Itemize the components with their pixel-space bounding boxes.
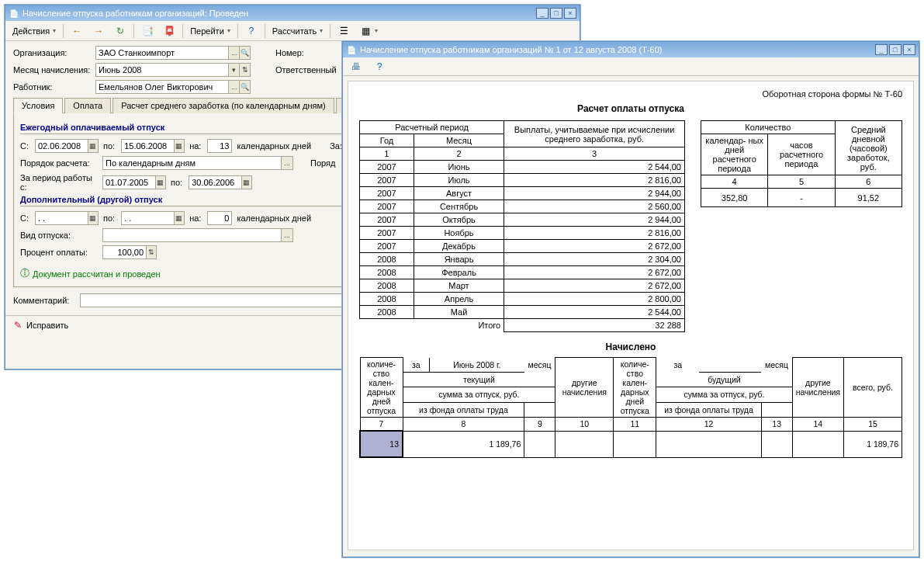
date-to-field[interactable]: ▦ xyxy=(121,139,185,153)
comment-label: Комментарий: xyxy=(13,296,75,305)
print-button[interactable]: 🖶 xyxy=(346,59,366,75)
order-select-button[interactable]: ... xyxy=(281,157,292,169)
calendar-icon[interactable]: ▦ xyxy=(174,212,184,224)
value-cell: 2 672,00 xyxy=(504,240,685,253)
help-button[interactable]: ? xyxy=(241,23,261,39)
worker-label: Работник: xyxy=(13,82,91,92)
value-cell: 2 816,00 xyxy=(504,227,685,240)
refresh-icon: ↻ xyxy=(114,25,126,37)
year-cell: 2008 xyxy=(360,306,414,319)
kind-field[interactable]: ... xyxy=(102,228,293,242)
add-to-field[interactable]: ▦ xyxy=(121,211,185,225)
month-cell: Май xyxy=(414,306,504,319)
help-icon: ? xyxy=(245,25,258,37)
accrued-sum-cell: 1 189,76 xyxy=(403,431,524,457)
value-cell: 2 560,00 xyxy=(504,200,685,213)
calendar-icon[interactable]: ▦ xyxy=(88,140,98,152)
nav-back-button[interactable]: ← xyxy=(67,23,87,39)
fix-button[interactable]: ✎Исправить xyxy=(12,319,68,331)
help-button2[interactable]: ? xyxy=(369,59,389,75)
kind-select-button[interactable]: ... xyxy=(281,229,292,241)
close-button[interactable]: × xyxy=(564,8,576,19)
year-cell: 2008 xyxy=(360,253,414,266)
value-cell: 2 544,00 xyxy=(504,161,685,174)
value-cell: 2 672,00 xyxy=(504,266,685,279)
month-spin-button[interactable]: ⇅ xyxy=(239,64,250,76)
value-cell: 2 944,00 xyxy=(504,187,685,200)
month-cell: Ноябрь xyxy=(414,227,504,240)
tab-payment[interactable]: Оплата xyxy=(64,98,111,113)
total-label: Итого xyxy=(360,319,504,332)
month-cell: Июнь xyxy=(414,161,504,174)
worker-input[interactable] xyxy=(96,81,228,93)
period-to-field[interactable]: ▦ xyxy=(189,175,252,189)
list-button[interactable]: ☰ xyxy=(334,23,354,39)
maximize-button[interactable]: □ xyxy=(550,8,562,19)
value-cell: 2 800,00 xyxy=(504,293,685,306)
year-cell: 2007 xyxy=(360,227,414,240)
value-cell: 2 816,00 xyxy=(504,174,685,187)
year-cell: 2007 xyxy=(360,187,414,200)
refresh-button[interactable]: ↻ xyxy=(110,23,130,39)
qty-table: Количество Средний дневной (часовой) зар… xyxy=(701,120,902,207)
actions-menu[interactable]: Действия xyxy=(9,23,60,39)
calendar-icon[interactable]: ▦ xyxy=(241,176,251,189)
tab-conditions[interactable]: Условия xyxy=(13,98,63,113)
close-button[interactable]: × xyxy=(903,44,915,55)
to-label: по: xyxy=(103,141,115,151)
calculate-menu[interactable]: Рассчитать xyxy=(268,23,327,39)
nav-forward-button[interactable]: → xyxy=(88,23,109,39)
window2-titlebar: 📄 Начисление отпуска работникам организа… xyxy=(343,42,919,57)
help-icon: ? xyxy=(373,61,386,73)
month-cell: Февраль xyxy=(414,266,504,279)
order-p-label: Поряд xyxy=(310,158,335,168)
year-cell: 2007 xyxy=(360,213,414,227)
billing-period-table: Расчетный период Выплаты, учитываемые пр… xyxy=(359,120,685,332)
tab-average[interactable]: Расчет среднего заработка (по календарны… xyxy=(112,98,334,113)
pencil-icon: ✎ xyxy=(12,319,24,331)
post-button[interactable]: 📮 xyxy=(159,23,179,39)
order-label: Порядок расчета: xyxy=(20,158,98,168)
month-dropdown-button[interactable]: ▾ xyxy=(228,64,239,76)
percent-spin-button[interactable]: ⇅ xyxy=(146,246,156,258)
calendar-icon[interactable]: ▦ xyxy=(88,212,98,224)
copy-button[interactable]: 📑 xyxy=(137,23,157,39)
more-button[interactable]: ▦ xyxy=(355,23,382,39)
order-field[interactable]: ... xyxy=(102,156,293,170)
month-cell: Март xyxy=(414,279,504,293)
period-from-field[interactable]: ▦ xyxy=(102,175,166,189)
days-label: календарных дней xyxy=(237,141,311,151)
accrued-days-cell[interactable]: 13 xyxy=(360,431,403,457)
worker-open-button[interactable]: 🔍 xyxy=(239,81,250,93)
window1-title: Начисление отпуска работникам организаци… xyxy=(22,9,536,18)
org-input[interactable] xyxy=(96,47,228,59)
document-icon: 📄 xyxy=(9,8,19,19)
add-from-field[interactable]: ▦ xyxy=(35,211,99,225)
worker-select-button[interactable]: ... xyxy=(228,81,239,93)
worker-field[interactable]: ... 🔍 xyxy=(95,80,251,94)
org-open-button[interactable]: 🔍 xyxy=(239,47,250,59)
form-side-title: Оборотная сторона формы № Т-60 xyxy=(359,89,902,99)
maximize-button[interactable]: □ xyxy=(889,44,902,55)
list-icon: ☰ xyxy=(337,25,350,37)
minimize-button[interactable]: _ xyxy=(536,8,549,19)
percent-field[interactable]: ⇅ xyxy=(102,245,157,259)
days-field[interactable] xyxy=(207,139,232,153)
calendar-icon[interactable]: ▦ xyxy=(155,176,165,189)
month-field[interactable]: ▾ ⇅ xyxy=(95,63,251,77)
date-from-field[interactable]: ▦ xyxy=(35,139,99,153)
report-body: Оборотная сторона формы № Т-60 Расчет оп… xyxy=(348,81,914,550)
org-select-button[interactable]: ... xyxy=(228,47,239,59)
org-field[interactable]: ... 🔍 xyxy=(95,46,251,60)
hours-header: часов расчетного периода xyxy=(768,134,835,175)
percent-label: Процент оплаты: xyxy=(20,248,98,257)
calendar-icon[interactable]: ▦ xyxy=(174,140,184,152)
days-label2: календарных дней xyxy=(237,213,311,223)
arrow-right-icon: → xyxy=(92,25,105,37)
minimize-button[interactable]: _ xyxy=(875,44,888,55)
period-header: Расчетный период xyxy=(360,121,504,134)
total-value: 32 288 xyxy=(504,319,685,332)
add-days-field[interactable] xyxy=(207,211,232,225)
month-input[interactable] xyxy=(96,64,228,76)
goto-menu[interactable]: Перейти xyxy=(186,23,234,39)
